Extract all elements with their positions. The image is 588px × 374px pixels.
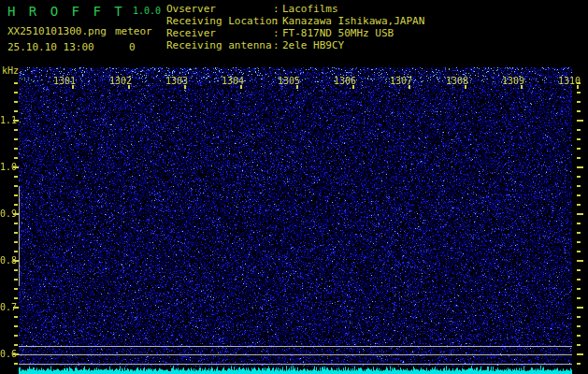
- y-minor-tick-right: [577, 232, 581, 234]
- y-minor-tick-left: [14, 176, 18, 178]
- app-version: 1.0.0: [133, 6, 161, 16]
- freq-label-0.7: 0.7: [0, 302, 13, 312]
- y-minor-tick-right: [577, 110, 581, 112]
- meteor-counter-value: 0: [129, 41, 136, 53]
- info-label: Ovserver: [166, 3, 273, 15]
- station-info-block: Ovserver:Lacofilms Receiving Location:Ka…: [166, 3, 424, 51]
- y-minor-tick-left: [14, 288, 18, 290]
- minute-tick-1306: [352, 85, 354, 89]
- y-minor-tick-left: [14, 194, 18, 196]
- y-major-tick-right-0.7: [577, 307, 583, 309]
- y-minor-tick-right: [577, 279, 581, 280]
- y-minor-tick-left: [14, 185, 18, 187]
- freq-label-0.9: 0.9: [0, 209, 13, 219]
- info-row-observer: Ovserver:Lacofilms: [166, 3, 424, 15]
- info-label: Receiving antenna: [166, 39, 273, 51]
- info-value: FT-817ND 50MHz USB: [282, 27, 394, 39]
- y-minor-tick-left: [14, 241, 18, 243]
- detection-band-line: [19, 186, 20, 286]
- observation-datetime: 25.10.10 13:00: [7, 41, 94, 53]
- info-value: Lacofilms: [282, 3, 338, 15]
- y-minor-tick-right: [577, 176, 581, 178]
- y-minor-tick-left: [14, 129, 18, 131]
- y-minor-tick-right: [577, 363, 581, 365]
- y-major-tick-right-0.9: [577, 213, 583, 215]
- y-minor-tick-left: [14, 92, 18, 94]
- level-line-upper: [19, 346, 572, 347]
- y-minor-tick-right: [577, 251, 581, 252]
- y-minor-tick-left: [14, 344, 18, 346]
- freq-label-0.8: 0.8: [0, 255, 13, 266]
- info-value: Kanazawa Ishikawa,JAPAN: [282, 15, 424, 27]
- y-minor-tick-left: [14, 138, 18, 140]
- y-minor-tick-right: [577, 204, 581, 206]
- y-major-tick-right-1.1: [577, 120, 583, 122]
- y-minor-tick-right: [577, 344, 581, 346]
- minute-tick-1304: [240, 85, 242, 89]
- output-filename: XX2510101300.png: [7, 25, 107, 37]
- y-minor-tick-left: [14, 335, 18, 337]
- y-minor-tick-left: [14, 251, 18, 252]
- y-minor-tick-right: [577, 316, 581, 318]
- y-minor-tick-left: [14, 148, 18, 150]
- meteor-counter-label: meteor: [115, 25, 152, 37]
- info-separator: :: [273, 39, 282, 51]
- y-major-tick-right-0.8: [577, 260, 583, 262]
- y-minor-tick-left: [14, 110, 18, 112]
- y-minor-tick-left: [14, 363, 18, 365]
- y-major-tick-left-0.8: [13, 260, 19, 262]
- info-label: Receiving Location: [166, 15, 273, 27]
- y-minor-tick-right: [577, 138, 581, 140]
- y-major-tick-left-0.6: [13, 353, 19, 355]
- freq-label-0.6: 0.6: [0, 349, 13, 359]
- y-minor-tick-right: [577, 269, 581, 271]
- minute-tick-1301: [72, 85, 74, 89]
- y-minor-tick-left: [14, 82, 18, 84]
- y-minor-tick-left: [14, 316, 18, 318]
- y-major-tick-left-1.0: [13, 166, 19, 168]
- info-separator: :: [273, 15, 282, 27]
- y-minor-tick-right: [577, 223, 581, 224]
- hrofft-window: H R O F F T 1.0.0 XX2510101300.png meteo…: [0, 0, 588, 374]
- y-minor-tick-right: [577, 82, 581, 84]
- y-minor-tick-right: [577, 335, 581, 337]
- info-row-receiver: Receiver:FT-817ND 50MHz USB: [166, 27, 424, 39]
- y-minor-tick-right: [577, 92, 581, 94]
- y-major-tick-right-1.0: [577, 166, 583, 168]
- info-label: Receiver: [166, 27, 273, 39]
- y-major-tick-right-0.6: [577, 353, 583, 355]
- y-minor-tick-left: [14, 157, 18, 159]
- minute-tick-1307: [409, 85, 410, 89]
- y-minor-tick-right: [577, 148, 581, 150]
- y-minor-tick-right: [577, 101, 581, 103]
- y-minor-tick-right: [577, 241, 581, 243]
- minute-tick-1309: [521, 85, 523, 89]
- y-minor-tick-left: [14, 204, 18, 206]
- freq-label-1.1: 1.1: [0, 115, 13, 125]
- y-minor-tick-right: [577, 325, 581, 327]
- minute-tick-1303: [184, 85, 186, 89]
- app-title: H R O F F T: [7, 4, 125, 19]
- minute-tick-1308: [465, 85, 466, 89]
- y-major-tick-left-1.1: [13, 120, 19, 122]
- level-line-lower: [19, 364, 572, 365]
- y-minor-tick-left: [14, 223, 18, 224]
- y-minor-tick-right: [577, 157, 581, 159]
- info-separator: :: [273, 3, 282, 15]
- y-minor-tick-left: [14, 232, 18, 234]
- info-value: 2ele HB9CY: [282, 39, 344, 51]
- y-minor-tick-left: [14, 297, 18, 299]
- info-separator: :: [273, 27, 282, 39]
- info-row-location: Receiving Location:Kanazawa Ishikawa,JAP…: [166, 15, 424, 27]
- y-minor-tick-left: [14, 101, 18, 103]
- signal-level-trace-canvas: [19, 366, 572, 374]
- y-minor-tick-left: [14, 269, 18, 271]
- level-line-middle: [19, 354, 572, 355]
- info-row-antenna: Receiving antenna:2ele HB9CY: [166, 39, 424, 51]
- freq-label-1.0: 1.0: [0, 162, 13, 172]
- y-minor-tick-right: [577, 129, 581, 131]
- minute-tick-1302: [128, 85, 130, 89]
- spectrogram-noise-canvas: [19, 67, 572, 367]
- y-minor-tick-right: [577, 297, 581, 299]
- y-axis-unit-label: kHz: [2, 65, 19, 76]
